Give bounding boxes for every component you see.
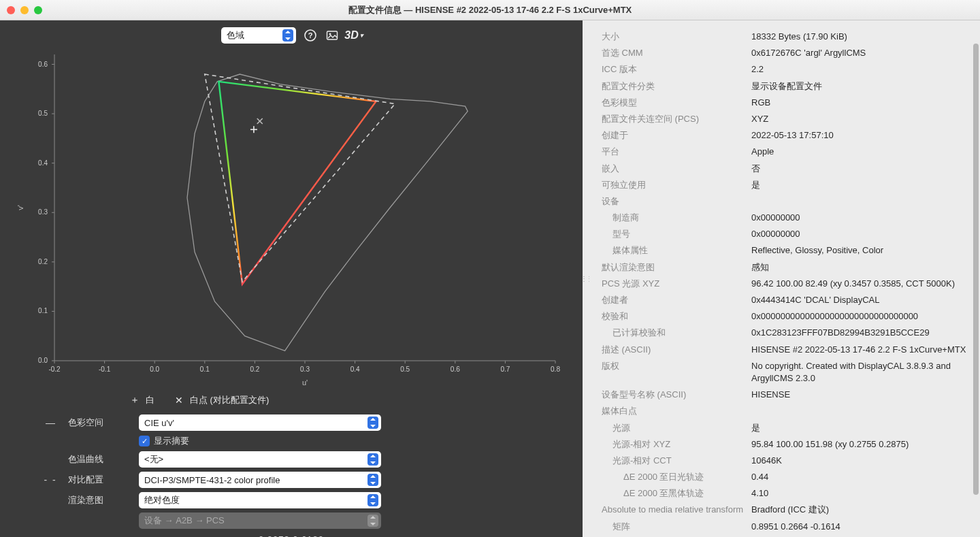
svg-text:0.6: 0.6 bbox=[38, 61, 48, 68]
info-row: Absolute to media relative transformBrad… bbox=[602, 502, 968, 518]
chevron-updown-icon bbox=[368, 474, 378, 486]
3d-label: 3D bbox=[344, 29, 358, 42]
info-row: 可独立使用是 bbox=[602, 177, 968, 193]
info-value: HISENSE #2 2022-05-13 17-46 2.2 F-S 1xCu… bbox=[751, 342, 968, 358]
chevron-updown-icon bbox=[368, 515, 378, 527]
info-key: 制造商 bbox=[602, 210, 751, 226]
svg-text:0.4: 0.4 bbox=[38, 159, 48, 167]
info-key: 媒体属性 bbox=[602, 242, 751, 259]
info-key: 光源 bbox=[602, 420, 751, 436]
show-summary-checkbox[interactable]: ✓ 显示摘要 bbox=[139, 435, 381, 447]
view-mode-select[interactable]: 色域 bbox=[221, 27, 296, 44]
svg-text:0.1: 0.1 bbox=[200, 365, 210, 373]
info-row: 色彩模型RGB bbox=[602, 95, 968, 111]
help-icon[interactable]: ? bbox=[303, 28, 318, 43]
info-row: 光源-相对 CCT10646K bbox=[602, 453, 968, 469]
info-value: 否 bbox=[751, 161, 968, 177]
titlebar[interactable]: 配置文件信息 — HISENSE #2 2022-05-13 17-46 2.2… bbox=[0, 0, 980, 20]
legend-whitepoint: ✕ 白点 (对比配置文件) bbox=[174, 394, 269, 406]
info-row: 创建于2022-05-13 17:57:10 bbox=[602, 127, 968, 144]
info-key: Absolute to media relative transform bbox=[602, 502, 751, 518]
info-value: Apple bbox=[751, 144, 968, 160]
info-row: ΔE 2000 至日光轨迹0.44 bbox=[602, 469, 968, 485]
info-key: 创建于 bbox=[602, 127, 751, 144]
info-key: 色彩模型 bbox=[602, 95, 751, 111]
info-value: 0x6172676C 'argl' ArgyllCMS bbox=[751, 45, 968, 61]
dashed-icon: - - bbox=[41, 474, 60, 485]
info-key: PCS 光源 XYZ bbox=[602, 276, 751, 292]
info-value: 感知 bbox=[751, 259, 968, 276]
info-value: 10646K bbox=[751, 453, 968, 469]
image-icon[interactable] bbox=[325, 28, 340, 43]
compare-profile-select[interactable]: DCI-P3/SMPTE-431-2 color profile bbox=[139, 472, 381, 488]
info-key: 可独立使用 bbox=[602, 177, 751, 193]
legend-white: ＋ 白 bbox=[129, 394, 154, 406]
scroll-thumb[interactable] bbox=[973, 44, 979, 495]
info-row: 创建者0x4443414C 'DCAL' DisplayCAL bbox=[602, 292, 968, 308]
cct-curve-label: 色温曲线 bbox=[68, 453, 131, 466]
svg-text:0.4: 0.4 bbox=[350, 365, 360, 373]
info-row: 配置文件分类显示设备配置文件 bbox=[602, 78, 968, 95]
chevron-down-icon: ▾ bbox=[360, 32, 363, 39]
rendering-intent-label: 渲染意图 bbox=[68, 494, 131, 506]
info-row: 配置文件关连空间 (PCS)XYZ bbox=[602, 111, 968, 127]
colorspace-label: 色彩空间 bbox=[68, 417, 131, 429]
info-value bbox=[751, 193, 968, 210]
info-value bbox=[751, 403, 968, 419]
info-row: 制造商0x00000000 bbox=[602, 210, 968, 226]
line-icon: — bbox=[41, 417, 60, 428]
info-row: 嵌入否 bbox=[602, 161, 968, 177]
compare-label: 对比配置 bbox=[68, 474, 131, 486]
info-row: 设备型号名称 (ASCII)HISENSE bbox=[602, 387, 968, 403]
gamut-plot[interactable]: -0.2-0.10.00.10.20.30.40.50.60.70.80.00.… bbox=[14, 48, 569, 388]
close-icon[interactable] bbox=[7, 6, 15, 14]
chevron-updown-icon bbox=[368, 453, 378, 466]
info-key: 矩阵 bbox=[602, 519, 751, 535]
minimize-icon[interactable] bbox=[20, 6, 29, 14]
info-key: 光源-相对 CCT bbox=[602, 453, 751, 469]
x-icon: ✕ bbox=[174, 395, 184, 406]
svg-text:0.1: 0.1 bbox=[38, 307, 48, 314]
info-key: ΔE 2000 至黑体轨迹 bbox=[602, 485, 751, 502]
legend-white-label: 白 bbox=[146, 394, 154, 406]
zoom-icon[interactable] bbox=[34, 6, 42, 14]
plus-icon: ＋ bbox=[129, 394, 140, 406]
3d-view-button[interactable]: 3D ▾ bbox=[346, 28, 361, 43]
info-key: 设备 bbox=[602, 193, 751, 210]
svg-text:0.3: 0.3 bbox=[300, 365, 310, 373]
info-row: 型号0x00000000 bbox=[602, 226, 968, 242]
info-value: 显示设备配置文件 bbox=[751, 78, 968, 95]
traffic-lights bbox=[7, 6, 42, 14]
legend-whitepoint-label: 白点 (对比配置文件) bbox=[190, 394, 269, 406]
svg-point-3 bbox=[329, 33, 331, 35]
info-value: 0x00000000 bbox=[751, 210, 968, 226]
splitter-handle[interactable]: ⋮⋮ bbox=[583, 20, 589, 537]
svg-text:0.5: 0.5 bbox=[400, 365, 410, 373]
info-value: 0x4443414C 'DCAL' DisplayCAL bbox=[751, 292, 968, 308]
svg-text:0.7: 0.7 bbox=[500, 365, 510, 373]
info-key: 创建者 bbox=[602, 292, 751, 308]
info-key: 平台 bbox=[602, 144, 751, 160]
chevron-updown-icon bbox=[282, 29, 293, 42]
info-row: 校验和0x00000000000000000000000000000000 bbox=[602, 308, 968, 325]
plot-controls: ＋ 白 ✕ 白点 (对比配置文件) — 色彩空间 CIE u'v' bbox=[0, 388, 583, 537]
check-icon: ✓ bbox=[139, 436, 150, 446]
info-table: 大小18332 Bytes (17.90 KiB)首选 CMM0x6172676… bbox=[602, 29, 968, 537]
info-key: 光源-相对 XYZ bbox=[602, 436, 751, 453]
scrollbar[interactable] bbox=[972, 44, 979, 534]
info-row: ΔE 2000 至黑体轨迹4.10 bbox=[602, 485, 968, 502]
rendering-intent-select[interactable]: 绝对色度 bbox=[139, 492, 381, 508]
svg-text:u': u' bbox=[302, 378, 308, 387]
info-value: 是 bbox=[751, 420, 968, 436]
info-row: 媒体白点 bbox=[602, 403, 968, 419]
cct-curve-select[interactable]: <无> bbox=[139, 451, 381, 468]
info-row: 设备 bbox=[602, 193, 968, 210]
colorspace-select[interactable]: CIE u'v' bbox=[139, 414, 381, 431]
info-key: 设备型号名称 (ASCII) bbox=[602, 387, 751, 403]
info-key: 配置文件分类 bbox=[602, 78, 751, 95]
pipeline-value: 设备 → A2B → PCS bbox=[144, 515, 363, 527]
info-row: 光源-相对 XYZ95.84 100.00 151.98 (xy 0.2755 … bbox=[602, 436, 968, 453]
svg-text:v': v' bbox=[16, 205, 24, 210]
svg-text:0.3: 0.3 bbox=[38, 208, 48, 216]
compare-profile-value: DCI-P3/SMPTE-431-2 color profile bbox=[144, 475, 363, 485]
